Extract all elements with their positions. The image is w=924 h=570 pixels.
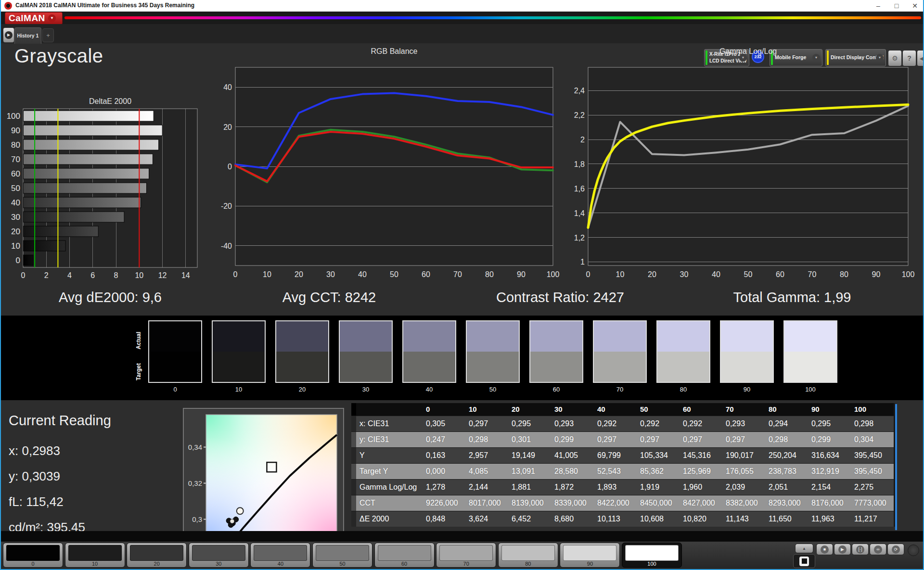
pattern-patch-50[interactable]: 50 (312, 543, 372, 568)
grayscale-swatch-10 (212, 320, 266, 383)
table-cell: 8176,000 (808, 495, 851, 511)
svg-text:30: 30 (11, 213, 20, 222)
table-cell: 52,543 (594, 464, 637, 479)
stop-icon: ■ (821, 545, 829, 554)
svg-text:80: 80 (485, 270, 494, 279)
logo-dropdown-icon[interactable]: ▼ (48, 14, 56, 22)
patch-label: 50 (313, 561, 372, 567)
table-cell: 11,143 (722, 511, 765, 527)
grayscale-swatch-0 (148, 320, 202, 383)
deltae-bar-40 (24, 197, 141, 208)
svg-text:30: 30 (680, 270, 689, 279)
svg-text:90: 90 (517, 270, 526, 279)
patch-swatch (6, 545, 60, 561)
table-cell: 0,297 (465, 416, 508, 431)
pattern-patch-30[interactable]: 30 (189, 543, 249, 568)
table-cell: 2,144 (465, 480, 508, 495)
gamma-loglog-chart: Gamma Log/Log2,42,221,81,61,41,210102030… (562, 44, 920, 287)
patch-swatch (378, 545, 431, 561)
svg-text:70: 70 (808, 270, 817, 279)
deltae-bar-50 (24, 183, 147, 193)
table-cell: 69,799 (594, 448, 637, 463)
table-cell: 105,334 (637, 448, 680, 463)
table-cell: 0,292 (637, 416, 680, 431)
table-cell: 2,039 (722, 480, 765, 495)
svg-text:90: 90 (872, 270, 881, 279)
svg-text:40: 40 (223, 83, 232, 91)
table-cell: 11,650 (765, 511, 808, 527)
bottom-divider-band (1, 531, 923, 542)
table-scrollbar[interactable] (895, 404, 897, 530)
pattern-bottom-bar: 0102030405060708090100 ▲ ■ ▶ [·] ∞ ⟳ « B… (1, 542, 923, 569)
close-icon[interactable]: ✕ (907, 0, 923, 11)
table-col-header: 40 (594, 403, 637, 416)
pattern-patch-90[interactable]: 90 (560, 543, 620, 568)
maximize-icon[interactable]: □ (888, 0, 905, 11)
pattern-patch-20[interactable]: 20 (127, 543, 187, 568)
table-cell: 0,297 (722, 432, 765, 447)
table-col-header: 20 (508, 403, 551, 416)
single-measure-button[interactable]: [·] (852, 544, 869, 555)
pattern-patch-10[interactable]: 10 (65, 543, 125, 568)
grayscale-swatch-band: Actual Target 0102030405060708090100 (1, 316, 923, 400)
table-cell: 1,872 (551, 480, 594, 495)
deltae-bar-70 (24, 154, 153, 165)
svg-text:1: 1 (580, 258, 585, 266)
expand-pattern-panel-button[interactable]: ▲ (795, 544, 813, 553)
svg-text:20: 20 (223, 123, 232, 131)
svg-text:30: 30 (326, 270, 335, 279)
swatch-label: 70 (593, 386, 647, 393)
pattern-patch-40[interactable]: 40 (250, 543, 310, 568)
svg-text:100: 100 (902, 270, 915, 279)
svg-text:-20: -20 (221, 202, 232, 210)
deltae-bar-80 (24, 139, 159, 150)
pattern-patch-80[interactable]: 80 (498, 543, 558, 568)
patch-swatch (192, 545, 245, 561)
pattern-patch-0[interactable]: 0 (3, 543, 63, 568)
table-cell: 2,275 (851, 480, 894, 495)
single-measure-icon: [·] (856, 545, 864, 554)
svg-text:60: 60 (776, 270, 784, 279)
table-cell: 316,634 (808, 448, 851, 463)
calman-logo-menu[interactable]: CalMAN ▼ (5, 12, 63, 25)
infinity-icon: ∞ (874, 545, 882, 554)
table-cell: 8339,000 (551, 495, 594, 511)
actual-color (530, 321, 582, 352)
table-cell: 250,204 (765, 448, 808, 463)
swatch-label: 20 (275, 386, 329, 393)
table-cell: 1,278 (423, 480, 465, 495)
pattern-patch-100[interactable]: 100 (622, 543, 682, 568)
table-cell: 0,293 (722, 416, 765, 431)
svg-text:50: 50 (744, 270, 753, 279)
play-measure-button[interactable]: ▶ (834, 544, 851, 555)
add-tab-button[interactable]: + (42, 28, 54, 42)
patch-label: 0 (3, 561, 63, 567)
svg-text:8: 8 (114, 271, 118, 279)
table-cell: 0,304 (851, 432, 894, 447)
svg-text:40: 40 (358, 270, 367, 279)
grayscale-swatch-100 (783, 320, 837, 383)
continuous-measure-button[interactable]: ∞ (870, 544, 886, 555)
summary-stat-3: Total Gamma: 1,99 (733, 288, 851, 307)
up-arrow-icon: ▲ (802, 546, 806, 551)
tab-scroll-button[interactable]: ▶ (3, 27, 14, 43)
target-color (594, 352, 646, 382)
table-cell: 8139,000 (508, 495, 551, 511)
table-cell: 0,294 (765, 416, 808, 431)
target-color (213, 352, 265, 382)
svg-text:40: 40 (712, 270, 720, 279)
minimize-icon[interactable]: – (870, 0, 886, 11)
stop-pattern-button[interactable] (793, 554, 815, 568)
tab-toolbar-band: ▶ History 1 + X-Rite i1Pro 2 LCD Direct … (1, 24, 923, 43)
stop-measure-button[interactable]: ■ (816, 544, 833, 555)
table-cell: 1,960 (680, 480, 722, 495)
svg-text:60: 60 (422, 270, 430, 279)
pattern-patch-70[interactable]: 70 (436, 543, 496, 568)
table-col-header: 10 (465, 403, 508, 416)
patch-swatch (254, 545, 307, 561)
loop-measure-button[interactable]: ⟳ (887, 544, 904, 555)
table-row: ΔE 20000,8483,6246,4528,68010,11310,6081… (351, 511, 895, 527)
table-cell: 145,316 (680, 448, 722, 463)
tab-history-1[interactable]: History 1 (14, 27, 41, 44)
pattern-patch-60[interactable]: 60 (374, 543, 435, 568)
